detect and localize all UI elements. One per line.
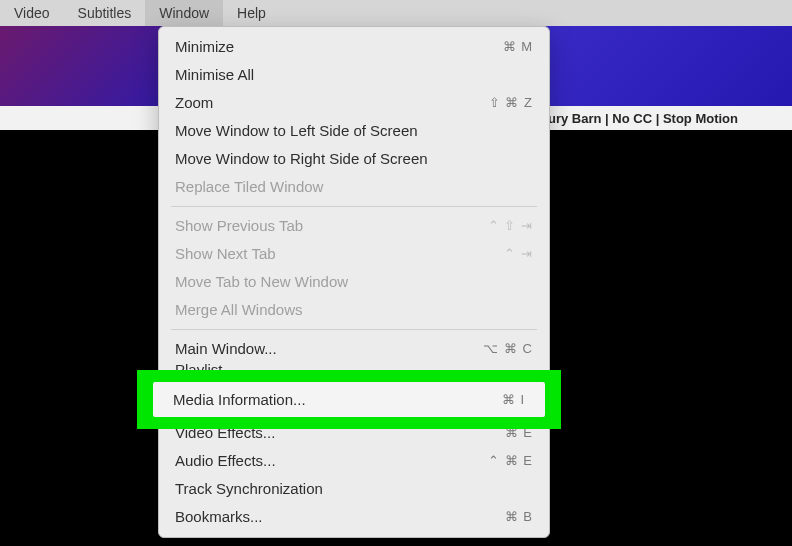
menu-item-label: Show Previous Tab	[175, 216, 303, 236]
menu-item-label: Media Information...	[173, 391, 306, 408]
menu-item-label: Minimise All	[175, 65, 254, 85]
menu-item-label: Audio Effects...	[175, 451, 276, 471]
menu-subtitles[interactable]: Subtitles	[64, 0, 146, 26]
menu-minimise-all[interactable]: Minimise All	[159, 61, 549, 89]
menu-move-tab-new-window: Move Tab to New Window	[159, 268, 549, 296]
menu-item-shortcut: ⌃ ⇥	[504, 244, 533, 264]
menu-separator	[171, 329, 537, 330]
menu-item-label: Zoom	[175, 93, 213, 113]
menu-help[interactable]: Help	[223, 0, 280, 26]
menu-label: Help	[237, 5, 266, 21]
menu-item-label: Merge All Windows	[175, 300, 303, 320]
menu-item-label: Track Synchronization	[175, 479, 323, 499]
menu-move-window-left[interactable]: Move Window to Left Side of Screen	[159, 117, 549, 145]
menu-bookmarks[interactable]: Bookmarks... ⌘ B	[159, 503, 549, 531]
menubar: Video Subtitles Window Help	[0, 0, 792, 26]
menu-main-window[interactable]: Main Window... ⌥ ⌘ C	[159, 335, 549, 363]
menu-item-label: Show Next Tab	[175, 244, 276, 264]
menu-label: Window	[159, 5, 209, 21]
menu-item-label: Replace Tiled Window	[175, 177, 323, 197]
menu-item-shortcut: ⌃ ⇧ ⇥	[488, 216, 533, 236]
menu-separator	[171, 206, 537, 207]
menu-item-label: Move Window to Left Side of Screen	[175, 121, 418, 141]
menu-media-information[interactable]: Media Information... ⌘ I	[153, 382, 545, 417]
menu-video[interactable]: Video	[0, 0, 64, 26]
menu-item-shortcut: ⇧ ⌘ Z	[489, 93, 533, 113]
menu-item-shortcut: ⌘ M	[503, 37, 533, 57]
menu-zoom[interactable]: Zoom ⇧ ⌘ Z	[159, 89, 549, 117]
menu-minimize[interactable]: Minimize ⌘ M	[159, 33, 549, 61]
menu-item-shortcut: ⌘ B	[505, 507, 533, 527]
menu-show-next-tab: Show Next Tab ⌃ ⇥	[159, 240, 549, 268]
menu-window[interactable]: Window	[145, 0, 223, 26]
window-menu-dropdown: Minimize ⌘ M Minimise All Zoom ⇧ ⌘ Z Mov…	[158, 26, 550, 538]
menu-show-previous-tab: Show Previous Tab ⌃ ⇧ ⇥	[159, 212, 549, 240]
menu-item-shortcut: ⌃ ⌘ E	[488, 451, 533, 471]
menu-replace-tiled: Replace Tiled Window	[159, 173, 549, 201]
menu-label: Video	[14, 5, 50, 21]
menu-track-sync[interactable]: Track Synchronization	[159, 475, 549, 503]
menu-item-label: Bookmarks...	[175, 507, 263, 527]
menu-item-label: Minimize	[175, 37, 234, 57]
highlight-callout: Media Information... ⌘ I	[137, 370, 561, 429]
menu-merge-all-windows: Merge All Windows	[159, 296, 549, 324]
menu-audio-effects[interactable]: Audio Effects... ⌃ ⌘ E	[159, 447, 549, 475]
menu-item-shortcut: ⌘ I	[502, 392, 525, 407]
menu-item-label: Move Tab to New Window	[175, 272, 348, 292]
video-title: ury Barn | No CC | Stop Motion	[548, 111, 738, 126]
menu-item-label: Main Window...	[175, 339, 277, 359]
menu-item-label: Move Window to Right Side of Screen	[175, 149, 428, 169]
menu-move-window-right[interactable]: Move Window to Right Side of Screen	[159, 145, 549, 173]
menu-label: Subtitles	[78, 5, 132, 21]
menu-item-shortcut: ⌥ ⌘ C	[483, 339, 533, 359]
